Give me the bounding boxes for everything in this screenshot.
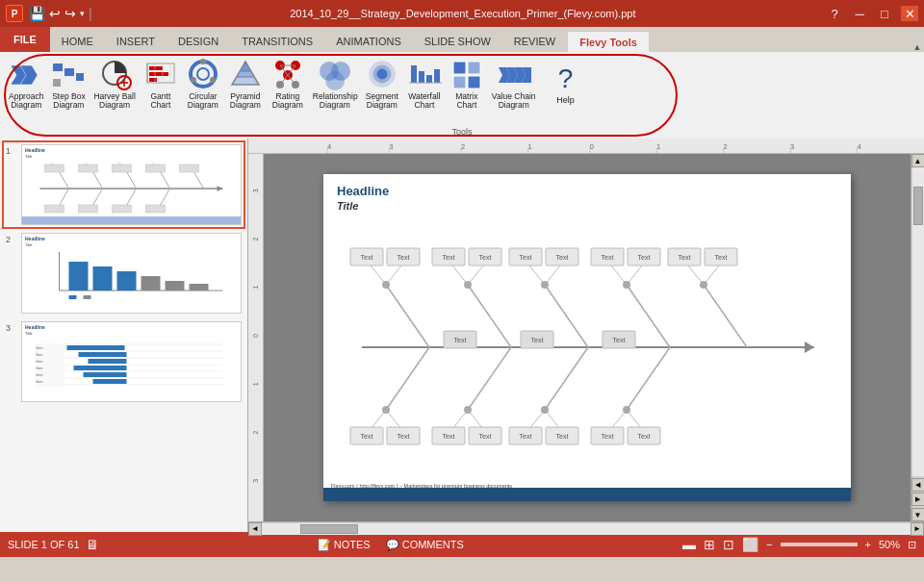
tab-animations[interactable]: ANIMATIONS — [324, 31, 413, 52]
notes-btn[interactable]: 📝 NOTES — [318, 539, 371, 551]
minimize-btn[interactable]: ─ — [851, 6, 868, 21]
valuechain-diagram-icon — [497, 58, 531, 92]
svg-rect-85 — [93, 266, 113, 291]
comments-btn[interactable]: 💬 COMMENTS — [386, 539, 464, 551]
zoom-slider[interactable] — [781, 543, 858, 546]
scroll-next-slide-btn[interactable]: ▶ — [911, 493, 925, 506]
tab-slideshow[interactable]: SLIDE SHOW — [413, 31, 502, 52]
h-scroll-thumb[interactable] — [300, 524, 358, 534]
slide-num-1: 1 — [6, 144, 17, 225]
svg-rect-97 — [84, 372, 127, 377]
pyramid-diagram-btn[interactable]: PyramidDiagram — [225, 56, 266, 113]
valuechain-diagram-btn[interactable]: Value ChainDiagram — [489, 56, 539, 113]
svg-text:1: 1 — [656, 142, 660, 151]
svg-rect-2 — [53, 63, 63, 71]
reading-view-btn[interactable]: ⊡ — [723, 537, 734, 552]
slide-sorter-btn[interactable]: ⊞ — [704, 537, 715, 552]
svg-text:2: 2 — [461, 142, 465, 151]
circular-diagram-btn[interactable]: CircularDiagram — [183, 56, 223, 113]
fit-slide-btn[interactable]: ⊡ — [908, 539, 916, 551]
notes-icon: 📝 — [318, 539, 331, 551]
svg-rect-84 — [69, 262, 89, 291]
svg-rect-94 — [79, 352, 127, 357]
approach-diagram-btn[interactable]: ApproachDiagram — [6, 56, 46, 113]
scroll-prev-slide-btn[interactable]: ◀ — [911, 478, 925, 492]
svg-text:Text: Text — [679, 254, 691, 261]
svg-point-192 — [700, 281, 707, 289]
normal-view-btn[interactable]: ▬ — [682, 537, 696, 552]
zoom-in-btn[interactable]: + — [865, 539, 871, 550]
svg-point-22 — [191, 77, 196, 83]
svg-point-191 — [623, 281, 630, 289]
tab-file[interactable]: FILE — [0, 27, 50, 52]
gantt-chart-label: GanttChart — [150, 92, 170, 111]
svg-text:Item: Item — [37, 367, 43, 370]
svg-point-18 — [191, 62, 216, 87]
svg-point-212 — [623, 406, 630, 414]
ribbon-collapse-btn[interactable]: ▲ — [911, 42, 924, 52]
segment-diagram-label: SegmentDiagram — [366, 92, 398, 111]
svg-point-37 — [276, 81, 284, 89]
matrix-chart-btn[interactable]: MatrixChart — [447, 56, 487, 113]
help-btn[interactable]: ? — [826, 6, 843, 21]
canvas-area: 4 3 2 1 0 1 2 3 4 — [248, 139, 924, 532]
scroll-up-btn[interactable]: ▲ — [911, 154, 925, 167]
tab-transitions[interactable]: TRANSITIONS — [230, 31, 324, 52]
slide-title: Title — [323, 200, 851, 217]
ribbon-tabs: FILE HOME INSERT DESIGN TRANSITIONS ANIM… — [0, 27, 924, 52]
svg-text:Text: Text — [398, 433, 410, 440]
tab-flevy[interactable]: Flevy Tools — [567, 31, 650, 52]
tab-insert[interactable]: INSERT — [105, 31, 167, 52]
stepbox-diagram-btn[interactable]: Step BoxDiagram — [48, 56, 89, 113]
svg-rect-52 — [453, 76, 466, 89]
gantt-chart-btn[interactable]: GanttChart — [141, 56, 181, 113]
segment-diagram-btn[interactable]: SegmentDiagram — [362, 56, 402, 113]
close-btn[interactable]: ✕ — [901, 6, 918, 21]
harvey-ball-btn[interactable]: Harvey BallDiagram — [90, 56, 138, 113]
zoom-out-btn[interactable]: − — [766, 539, 772, 550]
help-ribbon-btn[interactable]: ? Help — [541, 56, 591, 112]
maximize-btn[interactable]: □ — [876, 6, 893, 21]
svg-line-148 — [545, 347, 588, 410]
slide-thumb-3[interactable]: 3 Headline Title — [4, 319, 244, 404]
slide-thumb-1[interactable]: 1 Headline Title — [4, 142, 244, 227]
slide-thumb-2[interactable]: 2 Headline Title — [4, 231, 244, 316]
svg-text:Text: Text — [398, 254, 410, 261]
ribbon-content: ApproachDiagram Step BoxDiagram Harvey B… — [0, 52, 924, 139]
waterfall-chart-icon — [407, 58, 442, 92]
slide-canvas[interactable]: Headline Title — [264, 154, 911, 521]
scroll-left-btn[interactable]: ◄ — [248, 522, 262, 536]
slideshow-btn[interactable]: ⬜ — [742, 537, 758, 552]
redo-icon[interactable]: ↪ — [64, 6, 76, 21]
scroll-right-btn[interactable]: ► — [911, 522, 924, 536]
customize-icon[interactable]: ▾ — [80, 9, 85, 18]
svg-rect-75 — [113, 164, 132, 172]
matrix-chart-label: MatrixChart — [455, 92, 477, 111]
harvey-ball-icon — [97, 58, 132, 92]
relationship-diagram-btn[interactable]: RelationshipDiagram — [310, 56, 360, 113]
scroll-thumb[interactable] — [913, 187, 923, 225]
undo-icon[interactable]: ↩ — [49, 6, 61, 21]
svg-point-211 — [541, 406, 549, 414]
svg-text:0: 0 — [252, 334, 259, 338]
tab-home[interactable]: HOME — [50, 31, 105, 52]
save-icon[interactable]: 💾 — [29, 6, 45, 21]
tab-design[interactable]: DESIGN — [167, 31, 230, 52]
svg-rect-51 — [468, 62, 480, 74]
svg-rect-12 — [149, 72, 168, 76]
svg-rect-91 — [84, 295, 91, 299]
svg-rect-53 — [468, 76, 480, 89]
accessibility-icon[interactable]: 🖥 — [86, 537, 99, 552]
slide-img-1: Headline Title — [21, 144, 242, 225]
tab-review[interactable]: REVIEW — [502, 31, 567, 52]
rating-diagram-btn[interactable]: RatingDiagram — [268, 56, 308, 113]
waterfall-chart-btn[interactable]: WaterfallChart — [404, 56, 445, 113]
svg-rect-77 — [180, 164, 199, 172]
svg-text:Item: Item — [37, 353, 43, 357]
svg-point-44 — [377, 69, 387, 79]
svg-text:Text: Text — [361, 254, 373, 261]
svg-text:1: 1 — [528, 142, 532, 151]
matrix-chart-icon — [449, 58, 484, 92]
scroll-down-btn[interactable]: ▼ — [911, 508, 925, 521]
gantt-chart-icon — [143, 58, 178, 92]
